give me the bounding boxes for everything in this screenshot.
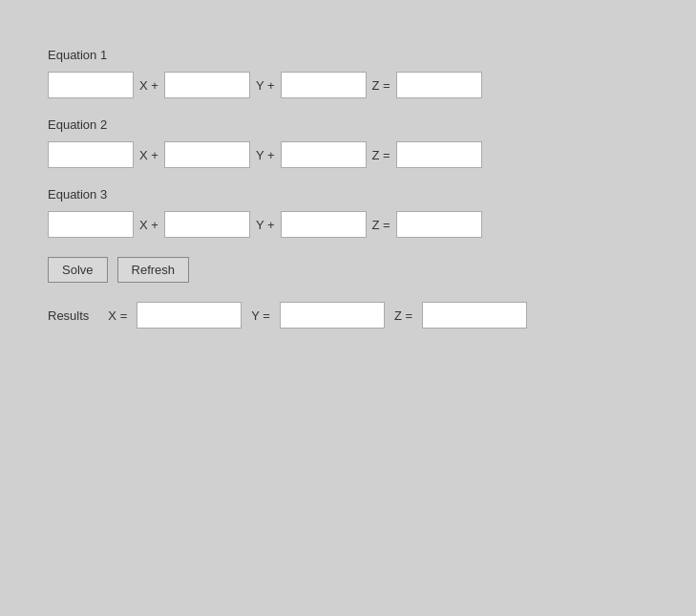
buttons-row: Solve Refresh [48,257,648,283]
eq2-x-operator: X + [139,148,158,162]
result-z-input[interactable] [422,302,527,329]
eq1-x-operator: X + [139,78,158,93]
equation-2-row: X + Y + Z = [48,141,648,168]
result-z-label: Z = [394,308,412,323]
eq3-x-input[interactable] [48,211,134,238]
eq1-z-operator: Z = [372,78,390,93]
eq1-y-operator: Y + [256,78,275,93]
equation-1-block: Equation 1 X + Y + Z = [48,48,648,98]
eq2-z-input[interactable] [281,141,367,168]
eq3-z-input[interactable] [281,211,367,238]
solve-button[interactable]: Solve [48,257,108,283]
equation-1-label: Equation 1 [48,48,648,62]
eq3-x-operator: X + [139,218,158,232]
equation-3-label: Equation 3 [48,187,648,202]
equation-3-block: Equation 3 X + Y + Z = [48,187,648,238]
eq3-y-operator: Y + [256,218,275,232]
results-label: Results [48,308,89,323]
eq1-x-input[interactable] [48,72,134,98]
eq1-z-input[interactable] [281,72,367,98]
result-x-input[interactable] [137,302,242,329]
eq2-x-input[interactable] [48,141,134,168]
eq1-y-input[interactable] [164,72,250,98]
main-container: Equation 1 X + Y + Z = Equation 2 X + Y … [0,0,696,376]
eq3-y-input[interactable] [164,211,250,238]
eq2-y-input[interactable] [164,141,250,168]
results-row: Results X = Y = Z = [48,302,648,329]
refresh-button[interactable]: Refresh [117,257,190,283]
equation-2-block: Equation 2 X + Y + Z = [48,117,648,168]
equation-1-row: X + Y + Z = [48,72,648,98]
eq3-rhs-input[interactable] [396,211,482,238]
eq2-rhs-input[interactable] [396,141,482,168]
eq2-z-operator: Z = [372,148,390,162]
result-x-label: X = [108,308,127,323]
eq3-z-operator: Z = [372,218,390,232]
result-y-label: Y = [251,308,270,323]
eq1-rhs-input[interactable] [396,72,482,98]
equation-3-row: X + Y + Z = [48,211,648,238]
eq2-y-operator: Y + [256,148,275,162]
result-y-input[interactable] [280,302,385,329]
equation-2-label: Equation 2 [48,117,648,132]
